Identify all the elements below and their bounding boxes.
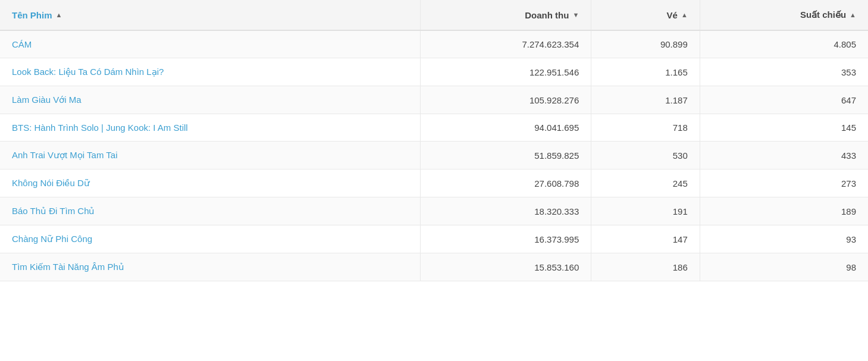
cell-doanh-thu: 105.928.276 xyxy=(420,86,591,114)
sort-icon-ten-phim: ▲ xyxy=(56,11,62,18)
cell-ve: 1.165 xyxy=(591,58,700,86)
table-header-row: Tên Phim ▲ Doanh thu ▼ Vé ▲ xyxy=(0,0,868,30)
table-row: Anh Trai Vượt Mọi Tam Tai51.859.82553043… xyxy=(0,142,868,169)
cell-ten-phim[interactable]: BTS: Hành Trình Solo | Jung Kook: I Am S… xyxy=(0,114,420,142)
cell-ten-phim[interactable]: Anh Trai Vượt Mọi Tam Tai xyxy=(0,142,420,169)
col-label-ve: Vé xyxy=(667,10,678,20)
table-row: CÁM7.274.623.35490.8994.805 xyxy=(0,30,868,58)
cell-suat-chieu: 433 xyxy=(700,142,868,169)
col-header-doanh-thu[interactable]: Doanh thu ▼ xyxy=(420,0,591,30)
cell-suat-chieu: 93 xyxy=(700,225,868,253)
cell-doanh-thu: 16.373.995 xyxy=(420,225,591,253)
cell-suat-chieu: 4.805 xyxy=(700,30,868,58)
cell-ve: 718 xyxy=(591,114,700,142)
cell-suat-chieu: 98 xyxy=(700,253,868,281)
cell-ten-phim[interactable]: Báo Thủ Đi Tìm Chủ xyxy=(0,197,420,225)
sort-icon-ve: ▲ xyxy=(681,11,688,18)
cell-ve: 530 xyxy=(591,142,700,169)
table-row: Tìm Kiếm Tài Năng Âm Phủ15.853.16018698 xyxy=(0,253,868,281)
cell-ten-phim[interactable]: Không Nói Điều Dữ xyxy=(0,169,420,197)
cell-doanh-thu: 15.853.160 xyxy=(420,253,591,281)
col-header-ve[interactable]: Vé ▲ xyxy=(591,0,700,30)
cell-suat-chieu: 353 xyxy=(700,58,868,86)
table-row: Làm Giàu Với Ma105.928.2761.187647 xyxy=(0,86,868,114)
main-table-container: Tên Phim ▲ Doanh thu ▼ Vé ▲ xyxy=(0,0,868,361)
cell-ten-phim[interactable]: Chàng Nữ Phi Công xyxy=(0,225,420,253)
col-label-suat-chieu: Suất chiếu xyxy=(800,10,846,20)
cell-suat-chieu: 145 xyxy=(700,114,868,142)
table-row: Không Nói Điều Dữ27.608.798245273 xyxy=(0,169,868,197)
table-row: BTS: Hành Trình Solo | Jung Kook: I Am S… xyxy=(0,114,868,142)
cell-doanh-thu: 18.320.333 xyxy=(420,197,591,225)
table-row: Look Back: Liệu Ta Có Dám Nhìn Lại?122.9… xyxy=(0,58,868,86)
cell-ve: 186 xyxy=(591,253,700,281)
sort-icon-suat-chieu: ▲ xyxy=(850,11,856,18)
table-row: Chàng Nữ Phi Công16.373.99514793 xyxy=(0,225,868,253)
col-label-doanh-thu: Doanh thu xyxy=(525,10,569,20)
cell-doanh-thu: 94.041.695 xyxy=(420,114,591,142)
cell-suat-chieu: 273 xyxy=(700,169,868,197)
cell-ten-phim[interactable]: Look Back: Liệu Ta Có Dám Nhìn Lại? xyxy=(0,58,420,86)
cell-suat-chieu: 647 xyxy=(700,86,868,114)
cell-ten-phim[interactable]: Tìm Kiếm Tài Năng Âm Phủ xyxy=(0,253,420,281)
cell-ve: 245 xyxy=(591,169,700,197)
cell-ten-phim[interactable]: Làm Giàu Với Ma xyxy=(0,86,420,114)
col-label-ten-phim: Tên Phim xyxy=(12,10,52,20)
cell-ten-phim[interactable]: CÁM xyxy=(0,30,420,58)
cell-doanh-thu: 122.951.546 xyxy=(420,58,591,86)
cell-ve: 1.187 xyxy=(591,86,700,114)
cell-ve: 191 xyxy=(591,197,700,225)
col-header-ten-phim[interactable]: Tên Phim ▲ xyxy=(0,0,420,30)
movies-table: Tên Phim ▲ Doanh thu ▼ Vé ▲ xyxy=(0,0,868,281)
table-row: Báo Thủ Đi Tìm Chủ18.320.333191189 xyxy=(0,197,868,225)
sort-icon-doanh-thu: ▼ xyxy=(572,11,579,18)
cell-suat-chieu: 189 xyxy=(700,197,868,225)
cell-doanh-thu: 27.608.798 xyxy=(420,169,591,197)
cell-ve: 147 xyxy=(591,225,700,253)
cell-ve: 90.899 xyxy=(591,30,700,58)
cell-doanh-thu: 7.274.623.354 xyxy=(420,30,591,58)
col-header-suat-chieu[interactable]: Suất chiếu ▲ xyxy=(700,0,868,30)
cell-doanh-thu: 51.859.825 xyxy=(420,142,591,169)
